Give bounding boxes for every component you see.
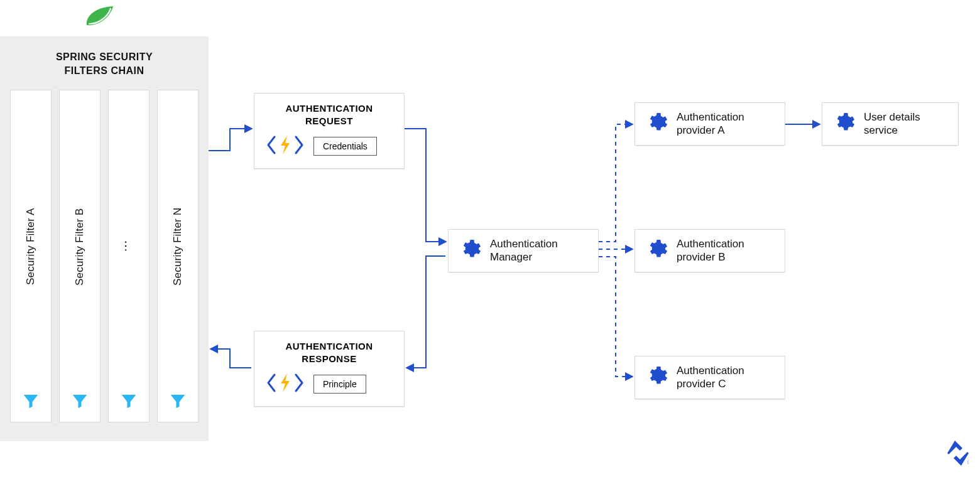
filter-label: Security Filter N (172, 102, 184, 392)
gear-icon (459, 238, 481, 263)
filter-column-n: Security Filter N (157, 90, 199, 422)
spring-leaf-icon (82, 4, 119, 34)
funnel-icon (70, 392, 89, 413)
code-bolt-icon (266, 134, 305, 158)
provider-c-label: Authentication provider C (677, 364, 744, 391)
gear-icon (645, 238, 668, 263)
auth-request-box: AUTHENTICATION REQUEST Credentials (254, 93, 405, 169)
filters-chain-title: SPRING SECURITY FILTERS CHAIN (10, 50, 199, 77)
auth-manager-node: Authentication Manager (448, 229, 599, 272)
gear-icon (645, 365, 668, 390)
filter-column-ellipsis: … (108, 90, 150, 422)
toptal-logo-icon: ® (947, 441, 969, 468)
gear-icon (645, 111, 668, 136)
funnel-icon (21, 392, 40, 413)
user-details-node: User details service (822, 102, 959, 146)
user-details-label: User details service (864, 110, 920, 137)
provider-b-label: Authentication provider B (677, 237, 744, 264)
code-bolt-icon (266, 372, 305, 396)
svg-text:®: ® (967, 459, 969, 466)
auth-provider-b-node: Authentication provider B (634, 229, 785, 272)
funnel-icon (168, 392, 187, 413)
gear-icon (832, 111, 855, 136)
credentials-tag: Credentials (313, 137, 377, 156)
filter-label: Security Filter A (24, 102, 37, 392)
filters-chain-panel: SPRING SECURITY FILTERS CHAIN Security F… (0, 36, 209, 441)
filter-ellipsis: … (122, 102, 136, 392)
auth-response-title: AUTHENTICATION RESPONSE (266, 340, 393, 366)
principle-tag: Principle (313, 375, 366, 394)
auth-provider-a-node: Authentication provider A (634, 102, 785, 146)
filters-columns: Security Filter A Security Filter B … Se… (10, 90, 199, 422)
filter-column-b: Security Filter B (59, 90, 101, 422)
auth-request-title: AUTHENTICATION REQUEST (266, 102, 393, 128)
provider-a-label: Authentication provider A (677, 110, 744, 137)
funnel-icon (119, 392, 138, 413)
auth-manager-label: Authentication Manager (490, 237, 558, 264)
filter-column-a: Security Filter A (10, 90, 52, 422)
auth-response-box: AUTHENTICATION RESPONSE Principle (254, 331, 405, 407)
filter-label: Security Filter B (74, 102, 86, 392)
auth-provider-c-node: Authentication provider C (634, 356, 785, 399)
